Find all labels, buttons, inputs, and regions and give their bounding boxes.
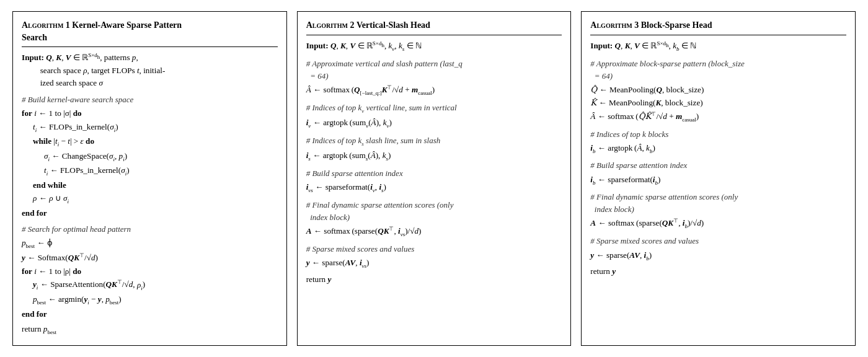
algo3-y: y ← sparse(AV, ib) bbox=[590, 249, 846, 263]
algorithm-2-box: Algorithm 2 Vertical-Slash Head Input: Q… bbox=[297, 11, 572, 346]
algo2-name: Vertical-Slash Head bbox=[356, 20, 430, 30]
algo3-ib2: ib ← sparseformat(ib) bbox=[590, 174, 846, 188]
algo2-comment2: # Indices of top kv vertical line, sum i… bbox=[306, 102, 562, 116]
algo1-endwhile: end while bbox=[33, 179, 278, 192]
algo1-title: Algorithm 1 Kernel-Aware Sparse PatternS… bbox=[22, 19, 278, 47]
algo2-iv: iv ← argtopk (sumv(Â), kv) bbox=[306, 117, 562, 131]
algo3-ib1: ib ← argtopk (Â, kb) bbox=[590, 142, 846, 156]
algo1-for1: for i ← 1 to |σ| do bbox=[22, 107, 278, 120]
algo3-return: return y bbox=[590, 265, 846, 278]
algo1-number: Algorithm 1 bbox=[22, 20, 70, 30]
algo2-return: return y bbox=[306, 273, 562, 286]
algo2-comment4: # Build sparse attention index bbox=[306, 167, 562, 180]
algo2-y: y ← sparse(AV, ivs) bbox=[306, 257, 562, 271]
algo3-A-hat: Â ← softmax (Q̂K̂⊤/√d + mcasual) bbox=[590, 110, 846, 125]
algo2-is: is ← argtopk (sums(Â), ks) bbox=[306, 149, 562, 164]
algo2-number: Algorithm 2 bbox=[306, 20, 355, 30]
algo1-endfor2: end for bbox=[22, 308, 278, 320]
algo1-ti2: ti ← FLOPs_in_kernel(σi) bbox=[44, 164, 278, 178]
algo1-sigma-change: σi ← ChangeSpace(σi, pi) bbox=[44, 150, 278, 164]
algo1-endfor1: end for bbox=[22, 207, 278, 219]
algo3-input: Input: Q, K, V ∈ ℝS×dh, kb ∈ ℕ bbox=[590, 40, 846, 54]
algo1-y-softmax: y ← Softmax(QK⊤/√d) bbox=[22, 252, 278, 265]
algo1-while: while |ti − t| > ε do bbox=[33, 135, 278, 149]
algo1-ti1: ti ← FLOPs_in_kernel(σi) bbox=[33, 121, 278, 135]
algorithm-1-box: Algorithm 1 Kernel-Aware Sparse PatternS… bbox=[12, 11, 287, 346]
algo1-yi: yi ← SparseAttention(QK⊤/√d, ρi) bbox=[33, 278, 278, 293]
algorithms-container: Algorithm 1 Kernel-Aware Sparse PatternS… bbox=[0, 0, 868, 357]
algo1-comment2: # Search for optimal head pattern bbox=[22, 223, 278, 236]
algorithm-3-box: Algorithm 3 Block-Sparse Head Input: Q, … bbox=[581, 11, 856, 346]
algo2-comment5: # Final dynamic sparse attention scores … bbox=[306, 199, 562, 224]
algo2-comment6: # Sparse mixed scores and values bbox=[306, 243, 562, 255]
algo3-comment5: # Sparse mixed scores and values bbox=[590, 235, 846, 247]
algo1-comment1: # Build kernel-aware search space bbox=[22, 94, 278, 106]
algo1-for2: for i ← 1 to |ρ| do bbox=[22, 265, 278, 278]
algo2-comment1: # Approximate vertical and slash pattern… bbox=[306, 58, 562, 82]
algo3-comment2: # Indices of top k blocks bbox=[590, 128, 846, 141]
algo1-pbest-init: pbest ← ϕ bbox=[22, 237, 278, 251]
algo2-title: Algorithm 2 Vertical-Slash Head bbox=[306, 19, 562, 35]
algo2-A-hat: Â ← softmax (Q[−last_q:]K⊤/√d + mcasual) bbox=[306, 84, 562, 98]
algo2-ivs: ivs ← sparseformat(iv, is) bbox=[306, 181, 562, 195]
algo3-name: Block-Sparse Head bbox=[641, 20, 712, 30]
algo2-A: A ← softmax (sparse(QK⊤, ivs)/√d) bbox=[306, 225, 562, 239]
algo1-pbest-argmin: pbest ← argmin(yi − y, pbest) bbox=[33, 293, 278, 307]
algo3-A: A ← softmax (sparse(QK⊤, ib)/√d) bbox=[590, 217, 846, 231]
algo3-number: Algorithm 3 bbox=[590, 20, 639, 30]
algo3-title: Algorithm 3 Block-Sparse Head bbox=[590, 19, 846, 35]
algo2-comment3: # Indices of top ks slash line, sum in s… bbox=[306, 134, 562, 149]
algo3-comment3: # Build sparse attention index bbox=[590, 159, 846, 172]
algo3-Q-hat: Q̂ ← MeanPooling(Q, block_size) bbox=[590, 84, 846, 96]
algo1-rho-union: ρ ← ρ ∪ σi bbox=[33, 192, 278, 206]
algo1-return: return pbest bbox=[22, 323, 278, 337]
algo2-input: Input: Q, K, V ∈ ℝS×dh, kv, ks ∈ ℕ bbox=[306, 40, 562, 54]
algo1-input: Input: Q, K, V ∈ ℝS×dh, patterns p, sear… bbox=[22, 51, 278, 90]
algo3-comment4: # Final dynamic sparse attention scores … bbox=[590, 191, 846, 216]
algo3-K-hat: K̂ ← MeanPooling(K, block_size) bbox=[590, 97, 846, 109]
algo3-comment1: # Approximate block-sparse pattern (bloc… bbox=[590, 58, 846, 82]
